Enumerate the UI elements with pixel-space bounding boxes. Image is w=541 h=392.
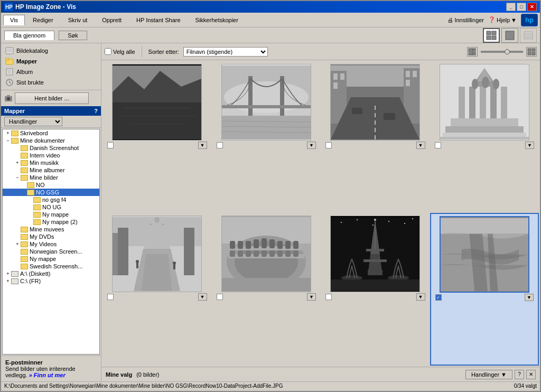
zoom-small-icon[interactable] [467,47,478,57]
nav-album[interactable]: Album [3,67,99,77]
sub-tab-sok[interactable]: Søk [59,31,87,40]
svg-point-88 [136,260,139,263]
select-all-label[interactable]: Velg alle [105,48,135,55]
sub-tabs: Bla gjennom Søk [1,29,92,42]
view-single-button[interactable] [501,28,518,43]
image-cell-8[interactable]: ✓ ▼ [430,213,539,366]
image-dropdown-2[interactable]: ▼ [307,142,316,149]
tree-item-mine-dokumenter[interactable]: − Mine dokumenter [3,137,99,144]
handlinger-button[interactable]: Handlinger ▼ [465,370,512,379]
nav-bildekatalog[interactable]: Bildekatalog [3,45,99,56]
nav-sist-brukte[interactable]: Sist brukte [3,77,99,88]
fetch-button[interactable]: Hent bilder ... [15,92,89,104]
image-dropdown-1[interactable]: ▼ [198,142,207,149]
image-checkbox-6[interactable] [217,294,223,300]
image-dropdown-7[interactable]: ▼ [416,293,425,301]
tree-item-no-ug[interactable]: NO UG [3,203,99,211]
menu-tab-opprett[interactable]: Opprett [95,15,128,25]
folder-tree[interactable]: + Skrivebord − Mine dokumenter Danish Sc… [2,129,100,354]
image-dropdown-4[interactable]: ▼ [525,142,534,149]
image-dropdown-6[interactable]: ▼ [307,293,316,301]
close-button[interactable]: ✕ [527,3,537,11]
image-checkbox-5[interactable] [107,294,114,300]
image-checkbox-3[interactable] [325,142,332,148]
zoom-slider[interactable] [481,51,523,53]
tree-item-my-videos[interactable]: + My Videos [3,240,99,248]
svg-rect-113 [285,250,291,257]
tree-label: NO UG [42,204,61,210]
handlinger-select[interactable]: Handlinger [4,117,62,126]
svg-rect-60 [384,113,395,120]
svg-rect-132 [331,279,419,291]
tree-item-swedish-screen[interactable]: Swedish Screensh... [3,263,99,270]
image-check-row-6: ▼ [214,292,319,302]
maximize-button[interactable]: □ [517,3,526,11]
bottom-count: (0 bilder) [136,371,159,378]
svg-rect-126 [363,259,387,262]
tree-item-danish-screenshot[interactable]: Danish Screenshot [3,144,99,152]
minimize-button[interactable]: _ [506,3,516,11]
image-checkbox-7[interactable] [325,294,332,300]
tree-item-ny-mappe-3[interactable]: Ny mappe [3,255,99,263]
image-wrapper-4 [440,64,529,141]
tree-item-no-gsg-f4[interactable]: no gsg f4 [3,196,99,203]
sort-select[interactable]: Filnavn (stigende) Filnavn (synkende) Da… [183,47,268,57]
tree-item-min-musikk[interactable]: + Min musikk [3,159,99,166]
image-cell-1[interactable]: ▼ [102,61,212,213]
tree-item-no-gsg[interactable]: NO GSG [3,189,99,196]
image-cell-7[interactable]: ▼ [321,213,430,366]
tree-item-ny-mappe-1[interactable]: Ny mappe [3,211,99,218]
tree-item-norwegian-screen[interactable]: Norwegian Screen... [3,248,99,255]
image-checkbox-4[interactable] [435,142,441,148]
image-cell-4[interactable]: ▼ [430,61,539,213]
select-all-checkbox[interactable] [105,48,111,55]
tree-item-intern-video[interactable]: Intern video [3,152,99,159]
menu-tab-sikkerhetskopier[interactable]: Sikkerhetskopier [189,15,245,25]
image-checkbox-2[interactable] [217,142,223,148]
tree-label: NO GSG [36,189,59,195]
tree-item-skrivebord[interactable]: + Skrivebord [3,129,99,137]
view-grid-button[interactable] [483,28,500,43]
view-list-button[interactable] [520,28,537,43]
image-cell-3[interactable]: ▼ [321,61,430,213]
nav-mapper[interactable]: Mapper [3,56,99,67]
svg-rect-21 [7,95,10,97]
image-grid[interactable]: ▼ [101,60,540,367]
sub-tab-bla-gjennom[interactable]: Bla gjennom [4,31,54,40]
menu-tab-rediger[interactable]: Rediger [26,15,60,25]
svg-rect-59 [352,108,362,114]
tree-item-no[interactable]: NO [3,181,99,189]
image-cell-5[interactable]: ▼ [102,213,212,366]
close-panel-button[interactable]: ✕ [526,370,536,379]
tree-item-mine-bilder[interactable]: − Mine bilder [3,174,99,181]
folders-help-icon[interactable]: ? [94,108,98,114]
image-checkbox-8[interactable]: ✓ [435,294,442,301]
image-checkbox-1[interactable] [107,142,114,148]
toolbar-separator [142,46,142,57]
image-cell-2[interactable]: ▼ [212,61,321,213]
help-button[interactable]: ? [515,370,524,379]
zoom-thumb[interactable] [505,49,510,54]
menu-tab-vis[interactable]: Vis [3,15,25,25]
zoom-large-icon[interactable] [526,47,537,57]
svg-point-121 [404,223,405,224]
menu-tab-hp-instant-share[interactable]: HP Instant Share [129,15,188,25]
image-dropdown-3[interactable]: ▼ [416,142,425,149]
menu-tab-skriv-ut[interactable]: Skriv ut [61,15,95,25]
image-dropdown-8[interactable]: ▼ [525,294,534,301]
tree-label: Min musikk [30,160,59,166]
image-cell-6[interactable]: ▼ [212,213,321,366]
nav-album-label: Album [16,69,33,75]
settings-item[interactable]: 🖨 Innstillinger [447,17,484,23]
epost-link[interactable]: » Finn ut mer [29,372,66,378]
svg-rect-99 [254,239,259,248]
tree-item-c-drive[interactable]: + C:\ (FR) [3,277,99,285]
tree-item-ny-mappe-2[interactable]: Ny mappe (2) [3,218,99,226]
tree-item-a-drive[interactable]: + A:\ (Diskett) [3,270,99,277]
tree-item-mine-muvees[interactable]: Mine muvees [3,226,99,233]
tree-item-mine-albumer[interactable]: Mine albumer [3,166,99,174]
image-dropdown-5[interactable]: ▼ [198,293,207,301]
help-item[interactable]: ❓ Hjelp ▼ [488,16,517,23]
tree-item-my-dvds[interactable]: My DVDs [3,233,99,240]
image-check-row-8: ✓ ▼ [433,293,536,302]
